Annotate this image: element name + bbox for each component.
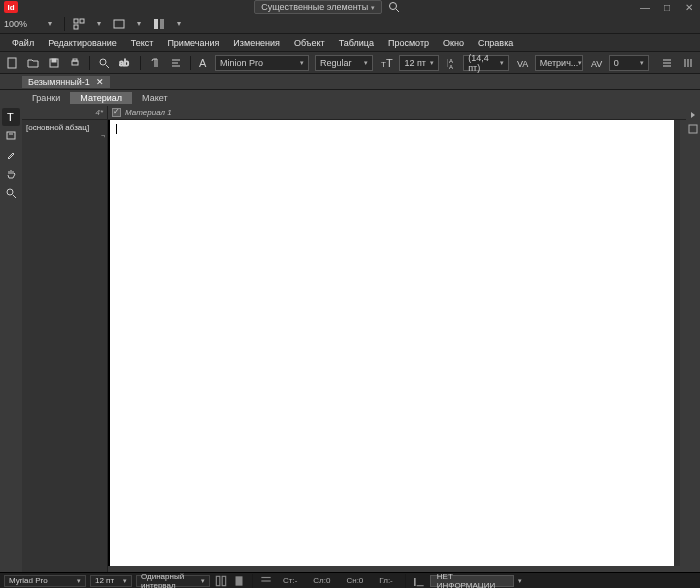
svg-rect-2 <box>74 19 78 23</box>
menu-help[interactable]: Справка <box>472 36 519 50</box>
align-icon[interactable] <box>167 54 184 72</box>
menu-table[interactable]: Таблица <box>333 36 380 50</box>
hand-tool[interactable] <box>2 165 20 183</box>
screen-mode-icon[interactable] <box>111 16 127 32</box>
close-icon[interactable]: ✕ <box>96 77 104 87</box>
workspace-label: Существенные элементы <box>261 2 368 12</box>
svg-rect-34 <box>7 132 15 139</box>
chevron-down-icon: ▾ <box>364 59 368 67</box>
svg-rect-5 <box>114 20 124 28</box>
arrange-icon[interactable] <box>151 16 167 32</box>
view-tabs-row: Гранки Материал Макет <box>0 90 700 106</box>
tab-galley[interactable]: Гранки <box>22 92 70 104</box>
zoom-tool[interactable] <box>2 184 20 202</box>
eyedropper-tool[interactable] <box>2 146 20 164</box>
status-size-select[interactable]: 12 пт▾ <box>90 575 132 587</box>
search-icon[interactable] <box>386 0 402 15</box>
font-size-select[interactable]: 12 пт▾ <box>399 55 439 71</box>
story-direction-icon[interactable] <box>259 574 273 588</box>
status-font: Myriad Pro <box>9 576 48 585</box>
menu-view[interactable]: Просмотр <box>382 36 435 50</box>
zoom-dropdown[interactable]: ▾ <box>42 19 58 28</box>
text-editor[interactable] <box>108 120 674 566</box>
minimize-button[interactable]: — <box>638 2 652 13</box>
new-doc-icon[interactable] <box>4 54 21 72</box>
menu-file[interactable]: Файл <box>6 36 40 50</box>
leading-icon: AA <box>447 57 459 69</box>
screen-dropdown[interactable]: ▾ <box>131 19 147 28</box>
leading-select[interactable]: (14,4 пт)▾ <box>463 55 508 71</box>
menu-notes[interactable]: Примечания <box>161 36 225 50</box>
menu-window[interactable]: Окно <box>437 36 470 50</box>
status-lines: Ст:- <box>283 576 297 585</box>
view-dropdown[interactable]: ▾ <box>91 19 107 28</box>
status-words: Сл:0 <box>313 576 330 585</box>
kern-icon: VA <box>517 57 531 69</box>
columns-icon[interactable] <box>214 574 228 588</box>
paragraph-style-item[interactable]: [основной абзац] <box>22 120 107 135</box>
paragraph-icon[interactable] <box>147 54 164 72</box>
svg-point-0 <box>389 3 396 10</box>
chevron-down-icon[interactable]: ▾ <box>518 577 522 585</box>
close-button[interactable]: ✕ <box>682 2 696 13</box>
workspace-switcher[interactable]: Существенные элементы ▾ <box>254 0 381 14</box>
save-icon[interactable] <box>46 54 63 72</box>
open-icon[interactable] <box>25 54 42 72</box>
toolbox: T <box>0 106 22 572</box>
print-icon[interactable] <box>66 54 83 72</box>
chevron-down-icon: ▾ <box>77 577 81 585</box>
tab-story[interactable]: Материал <box>70 92 132 104</box>
status-font-select[interactable]: Myriad Pro▾ <box>4 575 86 587</box>
status-leading-select[interactable]: Одинарный интервал▾ <box>136 575 210 587</box>
document-tab-row: Безымянный-1 ✕ <box>0 74 700 90</box>
separator <box>64 17 65 31</box>
panel-menu-icon[interactable] <box>659 54 676 72</box>
svg-rect-38 <box>689 125 697 133</box>
svg-rect-11 <box>72 61 78 65</box>
svg-text:I: I <box>413 574 416 587</box>
zoom-bar: 100% ▾ ▾ ▾ ▾ <box>0 14 700 34</box>
zoom-level[interactable]: 100% <box>4 19 38 29</box>
tab-layout[interactable]: Макет <box>132 92 177 104</box>
find-icon[interactable] <box>96 54 113 72</box>
leading-value: (14,4 пт) <box>468 53 499 73</box>
spell-icon[interactable]: ab <box>117 54 134 72</box>
expand-toggle[interactable] <box>112 108 121 117</box>
tracking-select[interactable]: 0▾ <box>609 55 649 71</box>
panel-header: 4* <box>22 106 107 120</box>
svg-rect-39 <box>216 576 220 585</box>
document-tab[interactable]: Безымянный-1 ✕ <box>22 76 110 88</box>
menu-edit[interactable]: Редактирование <box>42 36 123 50</box>
svg-text:VA: VA <box>517 59 528 69</box>
scrollbar-horizontal[interactable] <box>108 566 686 572</box>
scrollbar-vertical[interactable] <box>680 120 686 566</box>
kerning-select[interactable]: Метрич...▾ <box>535 55 583 71</box>
svg-point-36 <box>7 189 13 195</box>
svg-line-1 <box>396 9 399 12</box>
panel-expand-icon[interactable] <box>679 54 696 72</box>
chevron-down-icon: ▾ <box>201 577 205 585</box>
dock-collapse-icon[interactable] <box>688 110 698 120</box>
track-icon: AV <box>591 57 605 69</box>
document-tab-label: Безымянный-1 <box>28 77 90 87</box>
maximize-button[interactable]: □ <box>660 2 674 13</box>
font-family-select[interactable]: Minion Pro▾ <box>215 55 309 71</box>
font-style-select[interactable]: Regular▾ <box>315 55 373 71</box>
view-options-icon[interactable] <box>71 16 87 32</box>
arrange-dropdown[interactable]: ▾ <box>171 19 187 28</box>
type-tool[interactable]: T <box>2 108 20 126</box>
menu-object[interactable]: Объект <box>288 36 331 50</box>
note-tool[interactable] <box>2 127 20 145</box>
menu-text[interactable]: Текст <box>125 36 160 50</box>
dock-panel-icon[interactable] <box>688 124 698 134</box>
char-format-icon: A <box>199 57 211 69</box>
status-chars: Сн:0 <box>346 576 363 585</box>
copyfit-icon[interactable]: I <box>412 574 426 588</box>
status-info: НЕТ ИНФОРМАЦИИ <box>430 575 514 587</box>
single-column-icon[interactable] <box>232 574 246 588</box>
svg-text:AV: AV <box>591 59 602 69</box>
tracking-value: 0 <box>614 58 619 68</box>
svg-rect-8 <box>8 58 16 68</box>
menu-changes[interactable]: Изменения <box>227 36 286 50</box>
separator <box>89 56 90 70</box>
